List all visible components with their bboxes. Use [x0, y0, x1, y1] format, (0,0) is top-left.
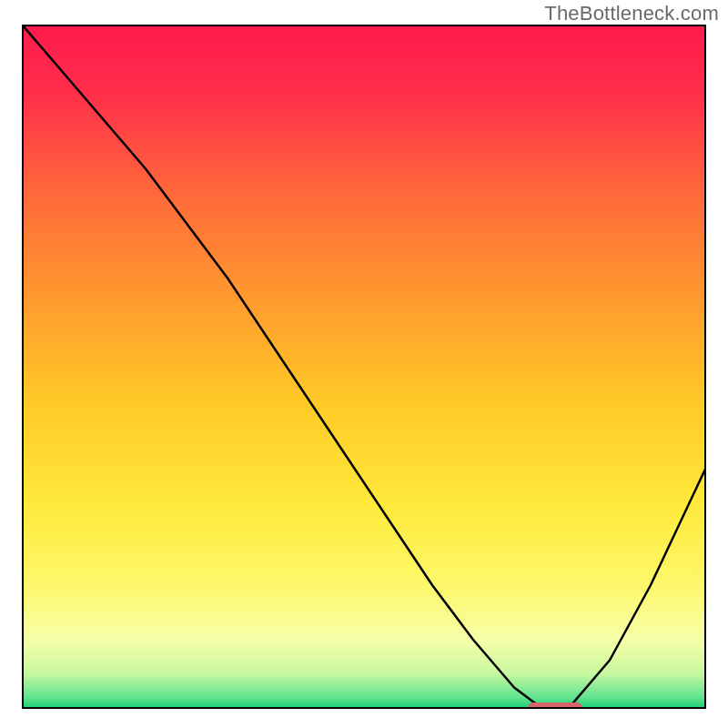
plot-background-gradient: [23, 25, 705, 708]
chart-container: TheBottleneck.com: [0, 0, 728, 728]
watermark-text: TheBottleneck.com: [544, 2, 719, 25]
bottleneck-chart: [0, 0, 728, 728]
